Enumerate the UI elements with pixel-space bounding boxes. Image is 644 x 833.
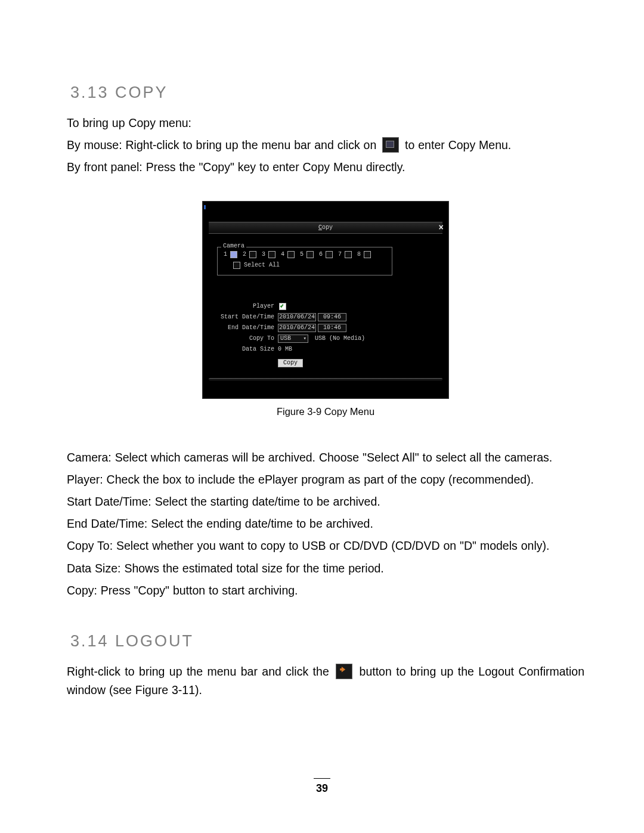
select-all-checkbox[interactable]	[233, 262, 240, 269]
page-number: 39	[0, 778, 644, 795]
copy-by-panel: By front panel: Press the "Copy" key to …	[67, 158, 584, 176]
copy-by-mouse-b: to enter Copy Menu.	[405, 138, 511, 151]
def-copy: Copy: Press "Copy" button to start archi…	[67, 581, 584, 600]
cam-checkbox-1[interactable]	[230, 251, 237, 258]
logout-text: Right-click to bring up the menu bar and…	[67, 662, 584, 699]
def-camera: Camera: Select which cameras will be arc…	[67, 448, 584, 467]
window-accent	[204, 205, 206, 209]
def-end: End Date/Time: Select the ending date/ti…	[67, 515, 584, 533]
copy-window: Copy × Camera 1 2 3 4 5 6 7 8 Se	[202, 201, 449, 399]
copy-intro: To bring up Copy menu:	[67, 114, 584, 132]
camera-fieldset: Camera 1 2 3 4 5 6 7 8 Select All	[217, 247, 392, 275]
cam-checkbox-4[interactable]	[287, 251, 295, 258]
start-date-input[interactable]: 2010/06/24	[278, 313, 316, 321]
copy-menu-icon	[382, 137, 399, 153]
definitions: Camera: Select which cameras will be arc…	[67, 448, 584, 600]
cam-label-8: 8	[357, 251, 361, 258]
select-all-label: Select All	[244, 262, 280, 268]
heading-copy: 3.13 COPY	[70, 83, 584, 102]
cam-checkbox-7[interactable]	[345, 251, 352, 258]
def-size: Data Size: Shows the estimated total siz…	[67, 559, 584, 578]
chevron-down-icon: ▾	[304, 335, 306, 342]
size-label: Data Size	[217, 346, 278, 352]
manual-page: 3.13 COPY To bring up Copy menu: By mous…	[0, 0, 644, 833]
copyto-select[interactable]: USB ▾	[278, 335, 308, 343]
cam-label-1: 1	[224, 251, 227, 258]
copyto-row: Copy To USB ▾ USB (No Media)	[217, 334, 448, 343]
end-date-input[interactable]: 2010/06/24	[278, 324, 316, 332]
select-all-row: Select All	[232, 262, 387, 269]
def-player: Player: Check the box to include the ePl…	[67, 470, 584, 489]
window-footer-bar	[209, 378, 442, 380]
cam-checkbox-6[interactable]	[326, 251, 333, 258]
copyto-status: USB (No Media)	[315, 335, 365, 342]
logout-icon	[336, 664, 352, 679]
figure-copy-menu: Copy × Camera 1 2 3 4 5 6 7 8 Se	[67, 201, 584, 417]
logout-text-a: Right-click to bring up the menu bar and…	[67, 665, 333, 678]
cam-label-5: 5	[300, 251, 304, 258]
start-row: Start Date/Time 2010/06/24 09:46	[217, 312, 448, 322]
title-rest: opy	[322, 224, 333, 231]
size-row: Data Size 0 MB	[217, 345, 448, 354]
copyto-label: Copy To	[217, 335, 278, 342]
cam-checkbox-8[interactable]	[364, 251, 371, 258]
copy-by-mouse-a: By mouse: Right-click to bring up the me…	[67, 138, 380, 151]
def-start: Start Date/Time: Select the starting dat…	[67, 493, 584, 511]
size-value: 0 MB	[278, 346, 292, 352]
player-row: Player	[217, 302, 448, 311]
copy-form: Player Start Date/Time 2010/06/24 09:46 …	[217, 302, 448, 367]
figure-caption: Figure 3-9 Copy Menu	[277, 406, 374, 417]
copy-window-titlebar: Copy ×	[209, 222, 442, 234]
start-label: Start Date/Time	[217, 314, 278, 320]
cam-label-7: 7	[338, 251, 342, 258]
copy-button[interactable]: Copy	[278, 359, 303, 367]
player-checkbox[interactable]	[279, 303, 286, 310]
cam-checkbox-3[interactable]	[268, 251, 275, 258]
cam-checkbox-2[interactable]	[249, 251, 256, 258]
heading-logout: 3.14 LOGOUT	[70, 632, 584, 651]
def-copyto: Copy To: Select whether you want to copy…	[67, 537, 584, 555]
end-time-input[interactable]: 10:46	[318, 324, 346, 332]
cam-label-3: 3	[262, 251, 265, 258]
start-time-input[interactable]: 09:46	[318, 313, 346, 321]
camera-checkbox-row: 1 2 3 4 5 6 7 8	[224, 251, 387, 258]
end-row: End Date/Time 2010/06/24 10:46	[217, 323, 448, 333]
close-icon[interactable]: ×	[439, 223, 444, 233]
cam-label-6: 6	[319, 251, 323, 258]
copy-window-title: Copy	[318, 224, 333, 231]
cam-label-2: 2	[243, 251, 246, 258]
cam-checkbox-5[interactable]	[306, 251, 314, 258]
player-label: Player	[217, 303, 278, 309]
copy-by-mouse: By mouse: Right-click to bring up the me…	[67, 136, 584, 154]
end-label: End Date/Time	[217, 324, 278, 331]
copyto-select-value: USB	[280, 335, 291, 342]
camera-legend: Camera	[221, 243, 246, 249]
cam-label-4: 4	[281, 251, 284, 258]
